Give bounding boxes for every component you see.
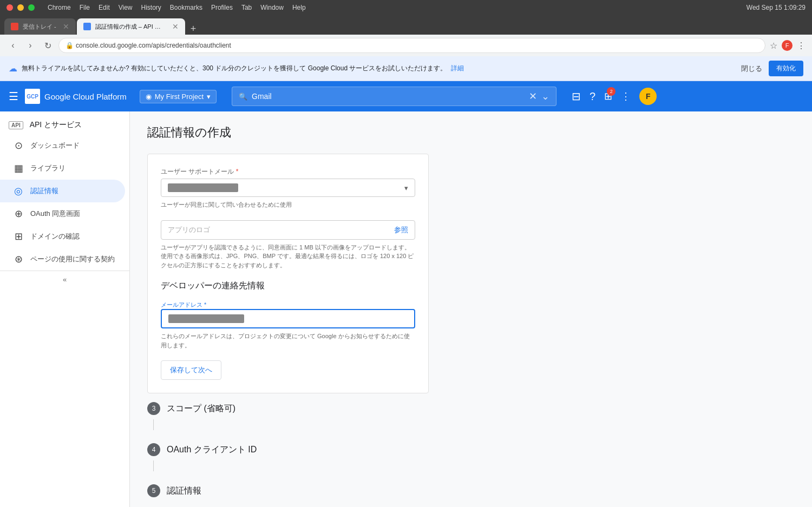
library-icon: ▦ xyxy=(13,162,24,174)
email-field-value xyxy=(168,314,244,323)
banner-close-button[interactable]: 閉じる xyxy=(741,64,762,74)
tab-api-close[interactable]: ✕ xyxy=(172,22,179,31)
step-3-section: 3 スコープ (省略可) xyxy=(147,402,429,430)
refresh-button[interactable]: ↻ xyxy=(41,39,54,52)
sidebar-item-library[interactable]: ▦ ライブラリ xyxy=(0,157,125,180)
menu-dots-icon[interactable]: ⋮ xyxy=(797,41,806,51)
forward-button[interactable]: › xyxy=(24,39,37,52)
tab-gmail[interactable]: 受信トレイ - ✕ xyxy=(4,18,76,35)
header-actions: ⊟ ? ⊞ 2 ⋮ F xyxy=(572,88,657,105)
browse-button[interactable]: 参照 xyxy=(394,225,408,235)
mac-menu-bookmarks[interactable]: Bookmarks xyxy=(170,4,202,11)
sidebar-item-domain-label: ドメインの確認 xyxy=(30,232,80,241)
new-tab-button[interactable]: + xyxy=(188,23,199,35)
mac-menu-chrome[interactable]: Chrome xyxy=(48,4,71,11)
email-input-field[interactable] xyxy=(161,309,415,328)
search-bar[interactable]: 🔍 ✕ ⌄ xyxy=(232,87,556,106)
mac-close-button[interactable] xyxy=(6,4,13,11)
profile-icon[interactable]: F xyxy=(782,40,793,51)
mac-menu-tab[interactable]: Tab xyxy=(241,4,252,11)
mac-menu-view[interactable]: View xyxy=(119,4,133,11)
sidebar-collapse-button[interactable]: « xyxy=(0,271,129,288)
credentials-icon: ◎ xyxy=(13,185,24,197)
gcp-app-name: Google Cloud Platform xyxy=(44,92,127,101)
mac-menu-help[interactable]: Help xyxy=(292,4,306,11)
search-expand-icon[interactable]: ⌄ xyxy=(541,90,549,102)
page-title: 認証情報の作成 xyxy=(147,124,795,141)
step-4-header: 4 OAuth クライアント ID xyxy=(147,443,429,456)
mac-menu: Chrome File Edit View History Bookmarks … xyxy=(48,4,306,11)
more-options-icon[interactable]: ⋮ xyxy=(621,90,631,102)
sidebar: API API とサービス ⊙ ダッシュボード ▦ ライブラリ ◎ 認証情報 ⊕… xyxy=(0,111,130,507)
gcp-logo: GCP Google Cloud Platform xyxy=(25,89,127,104)
mac-minimize-button[interactable] xyxy=(17,4,24,11)
banner-cloud-icon: ☁ xyxy=(9,63,17,74)
mac-menu-window[interactable]: Window xyxy=(260,4,284,11)
app-logo-group: アプリのロゴ 参照 ユーザーがアプリを認識できるように、同意画面に 1 MB 以… xyxy=(161,220,415,270)
step-3-line xyxy=(153,419,154,430)
sidebar-section-header: API API とサービス xyxy=(0,116,129,134)
sidebar-item-domain[interactable]: ⊞ ドメインの確認 xyxy=(0,225,125,248)
mac-menu-edit[interactable]: Edit xyxy=(99,4,110,11)
project-icon: ◉ xyxy=(146,93,152,101)
save-button[interactable]: 保存して次へ xyxy=(161,360,221,380)
mac-menu-file[interactable]: File xyxy=(80,4,90,11)
bookmark-icon[interactable]: ☆ xyxy=(770,41,777,51)
mac-time: Wed Sep 15 1:09:29 xyxy=(746,4,806,11)
project-name: My First Project xyxy=(155,93,204,101)
app-logo-field[interactable]: アプリのロゴ 参照 xyxy=(161,220,415,240)
sidebar-item-tos[interactable]: ⊛ ページの使用に関する契約 xyxy=(0,248,125,271)
help-icon[interactable]: ? xyxy=(590,90,595,103)
search-input[interactable] xyxy=(252,92,525,101)
back-button[interactable]: ‹ xyxy=(6,39,19,52)
step-4-number: 4 xyxy=(147,443,160,456)
mac-menu-profiles[interactable]: Profiles xyxy=(211,4,233,11)
sidebar-item-dashboard-label: ダッシュボード xyxy=(30,141,80,150)
apps-icon[interactable]: ⊞ 2 xyxy=(604,90,612,102)
banner-details-link[interactable]: 詳細 xyxy=(451,64,464,73)
step-4-section: 4 OAuth クライアント ID xyxy=(147,443,429,471)
mac-menu-history[interactable]: History xyxy=(141,4,161,11)
tab-api[interactable]: 認証情報の作成 – API とサービス ✕ xyxy=(77,18,185,35)
step-5-title: 認証情報 xyxy=(167,485,201,497)
sidebar-item-library-label: ライブラリ xyxy=(30,163,66,173)
sidebar-item-dashboard[interactable]: ⊙ ダッシュボード xyxy=(0,134,125,157)
app-logo-placeholder: アプリのロゴ xyxy=(168,225,210,235)
notification-icon[interactable]: ⊟ xyxy=(572,90,581,103)
developer-contact-helper: これらのメールアドレスは、プロジェクトの変更について Google からお知らせ… xyxy=(161,332,415,350)
mac-maximize-button[interactable] xyxy=(28,4,35,11)
user-support-email-group: ユーザー サポートメール * ▾ ユーザーが同意に関して問い合わせるために使用 xyxy=(161,167,415,209)
address-actions: ☆ F ⋮ xyxy=(770,40,806,51)
api-section-label: API xyxy=(9,121,23,129)
user-support-email-dropdown[interactable]: ▾ xyxy=(161,179,415,197)
search-clear-icon[interactable]: ✕ xyxy=(529,90,537,102)
step-4-title: OAuth クライアント ID xyxy=(167,444,257,456)
tab-gmail-close[interactable]: ✕ xyxy=(63,22,69,31)
user-support-email-label: ユーザー サポートメール * xyxy=(161,167,415,176)
url-bar[interactable]: 🔒 console.cloud.google.com/apis/credenti… xyxy=(58,38,765,53)
sidebar-item-credentials[interactable]: ◎ 認証情報 xyxy=(0,180,125,202)
project-selector[interactable]: ◉ My First Project ▾ xyxy=(140,90,217,103)
form-section: ユーザー サポートメール * ▾ ユーザーが同意に関して問い合わせるために使用 … xyxy=(147,154,429,393)
developer-contact-title: デベロッパーの連絡先情報 xyxy=(161,280,415,292)
step-3-number: 3 xyxy=(147,402,160,415)
mac-titlebar: Chrome File Edit View History Bookmarks … xyxy=(0,0,812,15)
collapse-icon: « xyxy=(63,275,67,284)
banner-activate-button[interactable]: 有効化 xyxy=(769,61,803,76)
dropdown-value xyxy=(168,183,238,192)
tos-icon: ⊛ xyxy=(13,253,24,265)
step-3-header: 3 スコープ (省略可) xyxy=(147,402,429,415)
notification-badge: 2 xyxy=(607,87,615,96)
sidebar-item-oauth[interactable]: ⊕ OAuth 同意画面 xyxy=(0,202,125,225)
domain-icon: ⊞ xyxy=(13,231,24,242)
app-logo-helper: ユーザーがアプリを認識できるように、同意画面に 1 MB 以下の画像をアップロー… xyxy=(161,243,415,270)
hamburger-menu-icon[interactable]: ☰ xyxy=(9,90,18,103)
step-3-title: スコープ (省略可) xyxy=(167,403,235,414)
avatar[interactable]: F xyxy=(639,88,657,105)
dashboard-icon: ⊙ xyxy=(13,140,24,152)
sidebar-section-title: API とサービス xyxy=(30,120,82,130)
step-4-line xyxy=(153,460,154,471)
required-indicator: * xyxy=(236,168,239,175)
dropdown-arrow-icon: ▾ xyxy=(404,184,408,192)
gcp-logo-icon: GCP xyxy=(25,89,40,104)
